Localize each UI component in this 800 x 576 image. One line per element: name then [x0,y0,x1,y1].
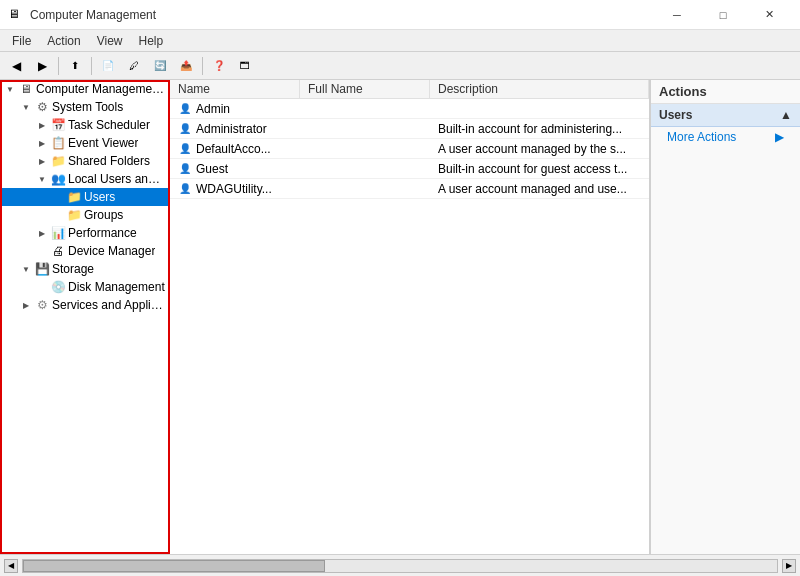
tree-label-root: Computer Management (Loca [36,82,165,96]
export-button[interactable]: 📤 [174,55,198,77]
computer-icon: 🖥 [18,81,34,97]
gear-icon: ⚙ [34,99,50,115]
tree-label-diskmanagement: Disk Management [68,280,165,294]
window-controls: ─ □ ✕ [654,0,792,30]
actions-section-users-collapse-icon: ▲ [780,108,792,122]
menu-help[interactable]: Help [131,32,172,50]
actions-title: Actions [651,80,800,104]
maximize-button[interactable]: □ [700,0,746,30]
forward-button[interactable]: ▶ [30,55,54,77]
col-header-fullname[interactable]: Full Name [300,80,430,98]
tree-item-localusers[interactable]: ▼ 👥 Local Users and Groups [0,170,169,188]
menu-file[interactable]: File [4,32,39,50]
properties-button[interactable]: 🖊 [122,55,146,77]
tree-item-root[interactable]: ▼ 🖥 Computer Management (Loca [0,80,169,98]
tree-label-users: Users [84,190,115,204]
tree-item-users[interactable]: 📁 Users [0,188,169,206]
col-header-name[interactable]: Name [170,80,300,98]
groups-folder-icon: 📁 [66,207,82,223]
scroll-track[interactable] [22,559,778,573]
tree-label-sharedfolders: Shared Folders [68,154,150,168]
scroll-left-button[interactable]: ◀ [4,559,18,573]
tree-item-taskscheduler[interactable]: ▶ 📅 Task Scheduler [0,116,169,134]
app-icon: 🖥 [8,7,24,23]
menu-action[interactable]: Action [39,32,88,50]
more-actions-item[interactable]: More Actions ▶ [651,127,800,147]
tree-item-servicesapps[interactable]: ▶ ⚙ Services and Applications [0,296,169,314]
tree-label-devicemanager: Device Manager [68,244,155,258]
cell-desc-wdagutility: A user account managed and use... [430,182,649,196]
scroll-right-button[interactable]: ▶ [782,559,796,573]
actions-section-users: Users ▲ More Actions ▶ [651,104,800,147]
menu-bar: File Action View Help [0,30,800,52]
list-row[interactable]: 👤 Admin [170,99,649,119]
actions-section-users-label: Users [659,108,692,122]
refresh-button[interactable]: 🔄 [148,55,172,77]
window-title: Computer Management [30,8,156,22]
tree-item-performance[interactable]: ▶ 📊 Performance [0,224,169,242]
up-button[interactable]: ⬆ [63,55,87,77]
tree-item-storage[interactable]: ▼ 💾 Storage [0,260,169,278]
expander-groups [50,207,66,223]
tree-item-systemtools[interactable]: ▼ ⚙ System Tools [0,98,169,116]
toolbar-separator-1 [58,57,59,75]
content-panel: Name Full Name Description 👤 Admin 👤 Adm… [170,80,650,554]
tree-item-devicemanager[interactable]: 🖨 Device Manager [0,242,169,260]
tree-item-diskmanagement[interactable]: 💿 Disk Management [0,278,169,296]
tree-label-performance: Performance [68,226,137,240]
cell-name-defaultacco: 👤 DefaultAcco... [170,142,300,156]
user-icon-administrator: 👤 [178,122,192,136]
user-icon-defaultacco: 👤 [178,142,192,156]
expander-servicesapps: ▶ [18,297,34,313]
device-icon: 🖨 [50,243,66,259]
expander-root: ▼ [2,81,18,97]
actions-section-users-header[interactable]: Users ▲ [651,104,800,127]
cell-desc-defaultacco: A user account managed by the s... [430,142,649,156]
services-icon: ⚙ [34,297,50,313]
expander-diskmanagement [34,279,50,295]
task-icon: 📅 [50,117,66,133]
expander-taskscheduler: ▶ [34,117,50,133]
tree-item-groups[interactable]: 📁 Groups [0,206,169,224]
user-icon-guest: 👤 [178,162,192,176]
tree-label-groups: Groups [84,208,123,222]
view-button[interactable]: 🗔 [233,55,257,77]
minimize-button[interactable]: ─ [654,0,700,30]
main-container: ▼ 🖥 Computer Management (Loca ▼ ⚙ System… [0,80,800,554]
tree-panel: ▼ 🖥 Computer Management (Loca ▼ ⚙ System… [0,80,170,554]
show-hide-button[interactable]: 📄 [96,55,120,77]
tree-item-sharedfolders[interactable]: ▶ 📁 Shared Folders [0,152,169,170]
list-row[interactable]: 👤 DefaultAcco... A user account managed … [170,139,649,159]
expander-performance: ▶ [34,225,50,241]
tree-label-systemtools: System Tools [52,100,123,114]
tree-item-eventviewer[interactable]: ▶ 📋 Event Viewer [0,134,169,152]
toolbar: ◀ ▶ ⬆ 📄 🖊 🔄 📤 ❓ 🗔 [0,52,800,80]
cell-name-guest: 👤 Guest [170,162,300,176]
expander-sharedfolders: ▶ [34,153,50,169]
list-row[interactable]: 👤 Guest Built-in account for guest acces… [170,159,649,179]
users-folder-icon: 📁 [66,189,82,205]
expander-storage: ▼ [18,261,34,277]
event-icon: 📋 [50,135,66,151]
tree-label-taskscheduler: Task Scheduler [68,118,150,132]
tree-label-localusers: Local Users and Groups [68,172,165,186]
col-header-description[interactable]: Description [430,80,649,98]
list-row[interactable]: 👤 Administrator Built-in account for adm… [170,119,649,139]
scroll-thumb [23,560,325,572]
list-row[interactable]: 👤 WDAGUtility... A user account managed … [170,179,649,199]
title-bar: 🖥 Computer Management ─ □ ✕ [0,0,800,30]
cell-name-administrator: 👤 Administrator [170,122,300,136]
toolbar-separator-3 [202,57,203,75]
close-button[interactable]: ✕ [746,0,792,30]
user-icon-wdagutility: 👤 [178,182,192,196]
help-button[interactable]: ❓ [207,55,231,77]
expander-devicemanager [34,243,50,259]
menu-view[interactable]: View [89,32,131,50]
cell-desc-administrator: Built-in account for administering... [430,122,649,136]
actions-panel: Actions Users ▲ More Actions ▶ [650,80,800,554]
cell-name-admin: 👤 Admin [170,102,300,116]
back-button[interactable]: ◀ [4,55,28,77]
expander-localusers: ▼ [34,171,50,187]
more-actions-label: More Actions [667,130,736,144]
status-bar: ◀ ▶ [0,554,800,576]
